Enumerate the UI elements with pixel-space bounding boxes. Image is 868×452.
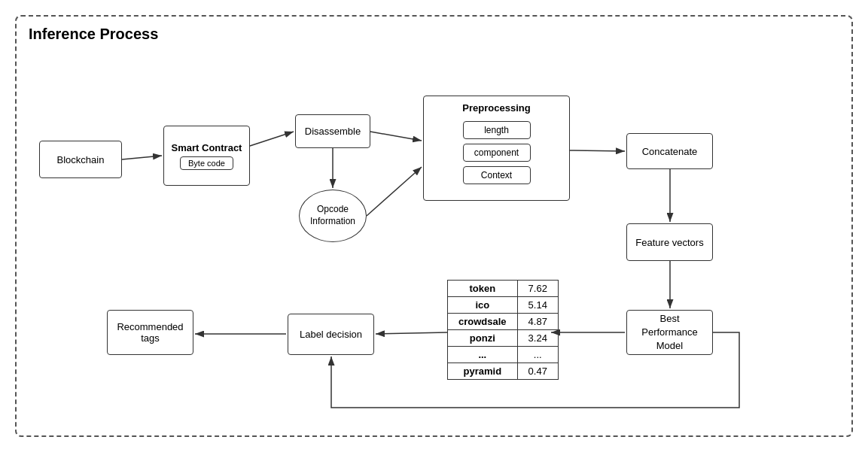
table-cell-label: crowdsale <box>448 314 518 330</box>
blockchain-label: Blockchain <box>57 154 105 165</box>
component-item: component <box>463 144 531 162</box>
disassemble-label: Disassemble <box>305 126 361 137</box>
preprocessing-title: Preprocessing <box>462 102 530 114</box>
svg-line-6 <box>570 150 625 151</box>
table-cell-value: 7.62 <box>517 281 558 297</box>
smart-contract-label: Smart Contract <box>172 142 242 153</box>
table-cell-value: 0.47 <box>517 363 558 380</box>
table-cell-value: ... <box>517 347 558 363</box>
label-decision-label: Label decision <box>300 329 362 340</box>
recommended-tags-box: Recommended tags <box>107 310 193 355</box>
svg-line-1 <box>122 156 162 159</box>
diagram-title: Inference Process <box>29 26 158 43</box>
table-row: ico5.14 <box>448 297 559 314</box>
concatenate-box: Concatenate <box>626 133 713 169</box>
table-cell-label: ... <box>448 347 518 363</box>
table-cell-value: 4.87 <box>517 314 558 330</box>
table-row: token7.62 <box>448 281 559 297</box>
table-cell-label: ico <box>448 297 518 314</box>
length-item: length <box>463 121 531 139</box>
score-table: token7.62ico5.14crowdsale4.87ponzi3.24..… <box>447 280 559 380</box>
table-cell-label: pyramid <box>448 363 518 380</box>
concatenate-label: Concatenate <box>642 146 698 157</box>
label-decision-box: Label decision <box>288 314 374 355</box>
best-performance-label: BestPerformanceModel <box>641 312 697 353</box>
svg-line-5 <box>367 167 422 216</box>
opcode-label: OpcodeInformation <box>310 204 355 227</box>
feature-vectors-box: Feature vectors <box>626 223 713 261</box>
table-row: pyramid0.47 <box>448 363 559 380</box>
table-cell-label: ponzi <box>448 330 518 347</box>
context-item: Context <box>463 166 531 184</box>
byte-code-label: Byte code <box>180 156 233 170</box>
table-cell-value: 5.14 <box>517 297 558 314</box>
disassemble-box: Disassemble <box>295 114 370 148</box>
recommended-tags-label: Recommended tags <box>111 321 190 344</box>
svg-line-3 <box>370 132 422 141</box>
feature-vectors-label: Feature vectors <box>635 237 703 248</box>
svg-line-2 <box>250 132 294 146</box>
table-row: ponzi3.24 <box>448 330 559 347</box>
table-row: ...... <box>448 347 559 363</box>
best-performance-box: BestPerformanceModel <box>626 310 713 355</box>
smart-contract-box: Smart Contract Byte code <box>163 126 250 186</box>
table-cell-label: token <box>448 281 518 297</box>
table-cell-value: 3.24 <box>517 330 558 347</box>
opcode-circle: OpcodeInformation <box>299 190 367 242</box>
arrows-svg <box>17 17 854 438</box>
table-row: crowdsale4.87 <box>448 314 559 330</box>
preprocessing-box: Preprocessing length component Context <box>423 96 570 201</box>
diagram-container: Inference Process <box>15 15 853 437</box>
blockchain-box: Blockchain <box>39 141 122 178</box>
svg-line-10 <box>376 332 447 334</box>
